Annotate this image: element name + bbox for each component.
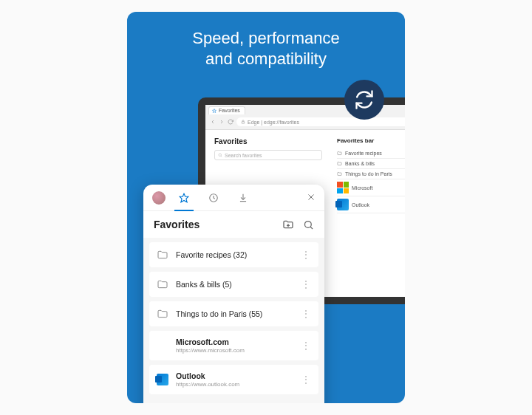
forward-icon[interactable] xyxy=(219,119,225,125)
sidebar-item[interactable]: Microsoft xyxy=(337,179,405,196)
list-item[interactable]: Outlook https://www.outlook.com ⋮ xyxy=(149,365,318,394)
browser-addressbar: Edge | edge://favorites xyxy=(205,115,405,128)
favorites-bar-title: Favorites bar xyxy=(337,137,405,144)
promo-frame: Speed, performance and compatibility Fav… xyxy=(127,12,405,403)
list-item[interactable]: Microsoft.com https://www.microsoft.com … xyxy=(149,331,318,360)
item-label: Favorite recipes (32) xyxy=(176,250,293,260)
item-url: https://www.outlook.com xyxy=(176,381,293,388)
headline-line1: Speed, performance xyxy=(127,28,405,49)
browser-tab[interactable]: Favorites xyxy=(208,106,245,114)
tab-history[interactable] xyxy=(202,185,225,210)
phone-header: Favorites xyxy=(143,211,324,238)
headline-line2: and compatibility xyxy=(127,49,405,69)
star-icon xyxy=(212,109,216,113)
add-folder-icon[interactable] xyxy=(282,219,294,230)
back-icon[interactable] xyxy=(210,119,216,125)
svg-point-10 xyxy=(305,221,312,227)
tab-downloads[interactable] xyxy=(232,185,254,210)
sync-badge xyxy=(344,80,384,120)
tab-favorites[interactable] xyxy=(173,185,195,210)
address-bar[interactable]: Edge | edge://favorites xyxy=(236,117,405,126)
list-item[interactable]: Banks & bills (5) ⋮ xyxy=(149,272,318,297)
svg-marker-0 xyxy=(213,109,216,112)
lock-icon xyxy=(241,120,245,124)
list-item[interactable]: Favorite recipes (32) ⋮ xyxy=(149,242,318,267)
item-label: Things to do in Paris (55) xyxy=(176,309,293,319)
close-button[interactable] xyxy=(307,192,316,204)
more-button[interactable]: ⋮ xyxy=(301,374,311,385)
svg-marker-4 xyxy=(180,193,188,202)
sidebar-item[interactable]: Things to do in Paris xyxy=(337,169,405,179)
sidebar-item-label: Banks & bills xyxy=(345,161,375,166)
more-button[interactable]: ⋮ xyxy=(301,340,311,351)
sidebar-item-label: Things to do in Paris xyxy=(345,171,392,176)
history-icon xyxy=(208,193,219,203)
svg-line-11 xyxy=(310,227,313,229)
headline: Speed, performance and compatibility xyxy=(127,28,405,69)
search-icon[interactable] xyxy=(303,219,314,230)
favorites-search[interactable]: Search favorites xyxy=(214,150,322,160)
close-icon xyxy=(307,193,316,202)
folder-icon xyxy=(157,278,168,290)
more-button[interactable]: ⋮ xyxy=(301,278,311,290)
sidebar-item-label: Microsoft xyxy=(352,185,372,191)
sync-icon xyxy=(354,89,375,110)
refresh-icon[interactable] xyxy=(228,119,233,125)
svg-point-2 xyxy=(219,154,222,157)
folder-icon xyxy=(337,151,342,156)
more-button[interactable]: ⋮ xyxy=(301,308,311,320)
sidebar-item-label: Outlook xyxy=(352,202,369,208)
folder-icon xyxy=(337,161,342,166)
outlook-icon xyxy=(337,199,349,210)
favorites-title: Favorites xyxy=(154,219,282,230)
sidebar-item-label: Favorite recipes xyxy=(345,151,382,156)
sidebar-item[interactable]: Favorite recipes xyxy=(337,148,405,159)
folder-icon xyxy=(337,171,342,176)
star-icon xyxy=(179,193,189,203)
favorites-list: Favorite recipes (32) ⋮ Banks & bills (5… xyxy=(143,238,324,403)
sidebar-item[interactable]: Banks & bills xyxy=(337,159,405,169)
item-url: https://www.microsoft.com xyxy=(176,347,293,354)
avatar[interactable] xyxy=(152,191,166,205)
item-label: Outlook xyxy=(176,371,293,381)
phone-mock: Favorites Favorite recipes (32) ⋮ Banks … xyxy=(143,185,324,403)
svg-line-3 xyxy=(221,156,222,157)
item-label: Microsoft.com xyxy=(176,337,293,347)
item-label: Banks & bills (5) xyxy=(176,280,293,289)
more-button[interactable]: ⋮ xyxy=(301,249,311,261)
favorites-sidebar: Favorites bar Favorite recipes Banks & b… xyxy=(337,137,405,213)
search-icon xyxy=(218,153,222,157)
folder-icon xyxy=(157,308,168,320)
tab-label: Favorites xyxy=(219,108,240,113)
microsoft-icon xyxy=(157,340,168,351)
outlook-icon xyxy=(157,374,168,385)
favorites-title: Favorites xyxy=(214,137,322,145)
svg-rect-1 xyxy=(242,122,245,124)
list-item[interactable]: Things to do in Paris (55) ⋮ xyxy=(149,301,318,326)
sidebar-item[interactable]: Outlook xyxy=(337,196,405,213)
address-text: Edge | edge://favorites xyxy=(248,120,299,125)
search-placeholder: Search favorites xyxy=(225,153,262,158)
folder-icon xyxy=(157,249,168,261)
microsoft-icon xyxy=(337,182,349,193)
download-icon xyxy=(238,193,248,203)
phone-tabbar xyxy=(143,185,324,211)
